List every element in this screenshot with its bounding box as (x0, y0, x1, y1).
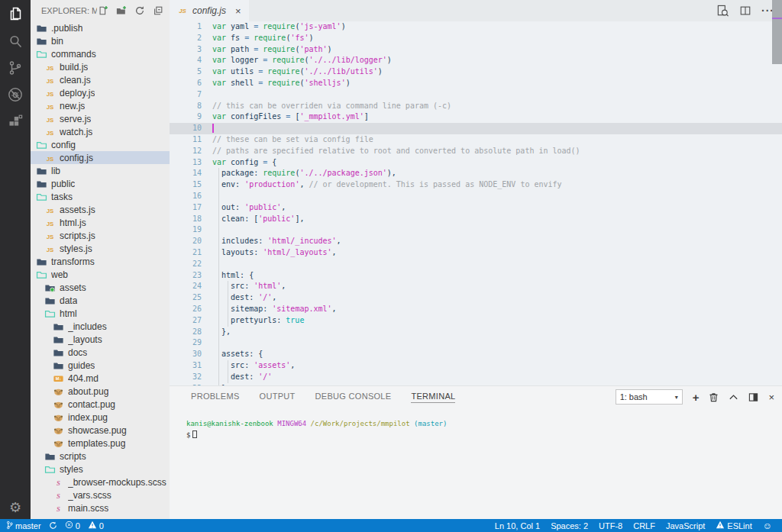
tree-item[interactable]: JSstyles.js (31, 242, 170, 255)
tree-item[interactable]: lib (31, 164, 170, 177)
tree-item[interactable]: assets (31, 281, 170, 294)
tree-item[interactable]: config (31, 138, 170, 151)
new-terminal-icon[interactable]: + (693, 391, 700, 404)
tree-item[interactable]: guides (31, 359, 170, 372)
tree-item[interactable]: web (31, 268, 170, 281)
tree-item[interactable]: .publish (31, 21, 170, 34)
code-line[interactable]: 11// these can be set via config file (170, 134, 782, 146)
extensions-icon[interactable] (0, 108, 31, 134)
status-item-crlf[interactable]: CRLF (633, 521, 655, 530)
tree-item[interactable]: JSdeploy.js (31, 86, 170, 99)
tree-item[interactable]: JSscripts.js (31, 229, 170, 242)
code-line[interactable]: 29 (170, 337, 782, 349)
code-line[interactable]: 13var config = { (170, 157, 782, 169)
panel-tab-terminal[interactable]: TERMINAL (411, 392, 455, 403)
code-line[interactable]: 22 (170, 259, 782, 270)
status-item-ln-10-col-1[interactable]: Ln 10, Col 1 (495, 521, 540, 530)
code-line[interactable]: 4var logger = require('./../lib/logger') (170, 55, 782, 66)
status-item-eslint[interactable]: ESLint (716, 521, 751, 530)
code-line[interactable]: 1var yaml = require('js-yaml') (170, 21, 782, 33)
tree-item[interactable]: JSbuild.js (31, 60, 170, 73)
debug-icon[interactable] (0, 81, 31, 108)
terminal-select[interactable]: 1: bash ▾ (616, 389, 683, 405)
tree-item[interactable]: html (31, 307, 170, 320)
tree-item[interactable]: S_browser-mockups.scss (31, 476, 170, 488)
code-line[interactable]: 16 (170, 191, 782, 202)
refresh-icon[interactable] (134, 5, 145, 17)
new-folder-icon[interactable] (115, 5, 127, 17)
tree-item[interactable]: contact.pug (31, 398, 170, 411)
sync-icon[interactable] (49, 521, 57, 530)
tree-item[interactable]: transforms (31, 255, 170, 268)
code-line[interactable]: 10 (170, 123, 782, 134)
code-line[interactable]: 15 env: 'production', // or development.… (170, 179, 782, 191)
tree-item[interactable]: commands (31, 47, 170, 60)
tree-item[interactable]: Smain.scss (31, 501, 170, 514)
tree-item[interactable]: JSclean.js (31, 73, 170, 86)
code-line[interactable]: 20 includes: 'html/_incudes', (170, 236, 782, 247)
split-editor-icon[interactable] (739, 5, 751, 17)
tree-item[interactable]: public (31, 177, 170, 190)
status-item-spaces-2[interactable]: Spaces: 2 (551, 521, 588, 530)
errors-status[interactable]: 0 (65, 521, 80, 530)
maximize-panel-icon[interactable] (729, 393, 738, 401)
tree-item[interactable]: showcase.pug (31, 424, 170, 437)
tree-item[interactable]: styles (31, 463, 170, 476)
tree-item[interactable]: S_vars.scss (31, 488, 170, 501)
open-preview-icon[interactable] (716, 5, 729, 18)
code-line[interactable]: 12// paths are specified relative to roo… (170, 146, 782, 157)
editor-scrollbar[interactable] (772, 0, 782, 64)
status-item-utf-8[interactable]: UTF-8 (599, 521, 622, 530)
code-line[interactable]: 6var shell = require('shelljs') (170, 78, 782, 89)
code-line[interactable]: 25 dest: '/', (170, 292, 782, 304)
new-file-icon[interactable] (97, 5, 108, 17)
code-line[interactable]: 19 (170, 224, 782, 236)
tree-item[interactable]: JSassets.js (31, 203, 170, 216)
code-line[interactable]: 9var configFiles = ['_mmpilot.yml'] (170, 111, 782, 123)
tree-item[interactable]: about.pug (31, 385, 170, 398)
tree-item[interactable]: M↓404.md (31, 372, 170, 385)
code-line[interactable]: 2var fs = require('fs') (170, 33, 782, 44)
settings-gear-icon[interactable]: ⚙ (9, 501, 21, 514)
code-line[interactable]: 30 assets: { (170, 349, 782, 360)
code-line[interactable]: 23 html: { (170, 270, 782, 282)
code-line[interactable]: 5var utils = require('./../lib/utils') (170, 66, 782, 78)
tree-item[interactable]: JShtml.js (31, 216, 170, 229)
collapse-all-icon[interactable] (152, 5, 163, 17)
split-panel-icon[interactable] (748, 392, 758, 402)
status-item-smiley[interactable]: ☺ (763, 521, 774, 530)
close-panel-icon[interactable]: × (768, 392, 774, 403)
code-line[interactable]: 8// this can be overriden via command li… (170, 101, 782, 112)
code-line[interactable]: 26 sitemap: 'sitemap.xml', (170, 304, 782, 315)
tab-config-js[interactable]: JS config.js × (170, 0, 249, 21)
explorer-icon[interactable] (0, 1, 31, 27)
code-line[interactable]: 31 src: 'assets', (170, 360, 782, 372)
panel-tab-debug-console[interactable]: DEBUG CONSOLE (315, 392, 392, 403)
panel-tab-output[interactable]: OUTPUT (260, 392, 296, 403)
tree-item[interactable]: bin (31, 34, 170, 47)
tree-item[interactable]: JSserve.js (31, 112, 170, 125)
tree-item[interactable]: tasks (31, 190, 170, 203)
code-line[interactable]: 27 prettyurls: true (170, 315, 782, 327)
tree-item[interactable]: _layouts (31, 333, 170, 346)
tree-item[interactable]: JSconfig.js (31, 151, 170, 164)
code-line[interactable]: 32 dest: '/' (170, 372, 782, 383)
warnings-status[interactable]: 0 (88, 521, 104, 530)
kill-terminal-icon[interactable] (709, 392, 719, 402)
code-line[interactable]: 21 layouts: 'html/_layouts', (170, 247, 782, 259)
tree-item[interactable]: JSwatch.js (31, 125, 170, 138)
search-icon[interactable] (0, 27, 31, 54)
code-line[interactable]: 14 package: require('./../package.json')… (170, 168, 782, 179)
tree-item[interactable]: scripts (31, 450, 170, 463)
tree-item[interactable]: docs (31, 346, 170, 359)
code-line[interactable]: 18 clean: ['public'], (170, 214, 782, 225)
tree-item[interactable]: data (31, 294, 170, 307)
code-line[interactable]: 24 src: 'html', (170, 281, 782, 292)
code-line[interactable]: 7 (170, 89, 782, 101)
status-item-javascript[interactable]: JavaScript (666, 521, 705, 530)
terminal-output[interactable]: kanis@kanishk-zenbook MINGW64 /c/Work/pr… (186, 418, 782, 441)
source-control-icon[interactable] (0, 54, 31, 81)
code-line[interactable]: 3var path = require('path') (170, 44, 782, 56)
code-line[interactable]: 17 out: 'public', (170, 202, 782, 214)
close-icon[interactable]: × (235, 5, 241, 17)
